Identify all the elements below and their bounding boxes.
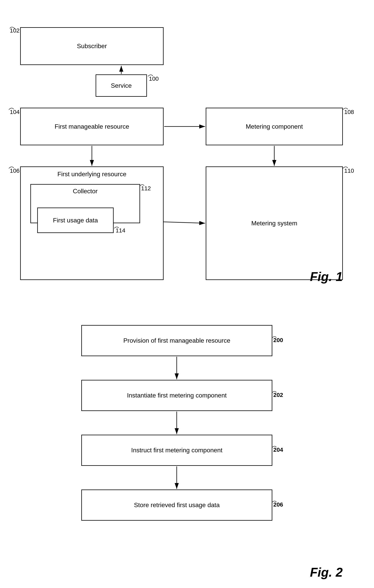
ref-200: 200 xyxy=(273,337,283,343)
step-202-label: Instantiate first metering component xyxy=(127,392,227,399)
metering-component-box: Metering component xyxy=(206,108,343,145)
service-label: Service xyxy=(111,82,132,89)
step-202-box: Instantiate first metering component xyxy=(81,380,272,411)
ref-100: 100 xyxy=(149,75,159,82)
ref-110: 110 xyxy=(344,168,354,174)
ref-204: 204 xyxy=(273,446,283,453)
step-206-label: Store retrieved first usage data xyxy=(134,502,220,509)
first-manageable-resource-box: First manageable resource xyxy=(20,108,164,145)
metering-system-box: Metering system xyxy=(206,167,343,280)
fmr-label: First manageable resource xyxy=(55,123,129,130)
fig2-caption: Fig. 2 xyxy=(310,565,343,580)
service-box: Service xyxy=(96,74,147,97)
subscriber-box: Subscriber xyxy=(20,27,164,65)
first-usage-data-box: First usage data xyxy=(37,208,114,233)
fud-label: First usage data xyxy=(53,217,98,224)
ref-206: 206 xyxy=(273,501,283,508)
step-206-box: Store retrieved first usage data xyxy=(81,490,272,521)
step-204-box: Instruct first metering component xyxy=(81,435,272,466)
mc-label: Metering component xyxy=(246,123,303,130)
fig1-diagram: Subscriber 102 Service 100 First managea… xyxy=(0,0,374,304)
ref-102: 102 xyxy=(10,27,20,34)
ref-112: 112 xyxy=(141,185,151,192)
ms-label: Metering system xyxy=(251,220,297,227)
fig2-diagram: Provision of first manageable resource 2… xyxy=(0,313,374,588)
ref-106: 106 xyxy=(10,168,20,174)
fur-label: First underlying resource xyxy=(57,170,126,178)
step-200-box: Provision of first manageable resource xyxy=(81,325,272,356)
collector-label: Collector xyxy=(73,188,97,195)
fig1-caption: Fig. 1 xyxy=(310,269,343,284)
step-204-label: Instruct first metering component xyxy=(131,447,223,454)
ref-202: 202 xyxy=(273,392,283,398)
step-200-label: Provision of first manageable resource xyxy=(123,337,230,344)
ref-114: 114 xyxy=(116,227,125,234)
subscriber-label: Subscriber xyxy=(77,42,107,50)
ref-108: 108 xyxy=(344,109,354,115)
ref-104: 104 xyxy=(10,109,20,115)
